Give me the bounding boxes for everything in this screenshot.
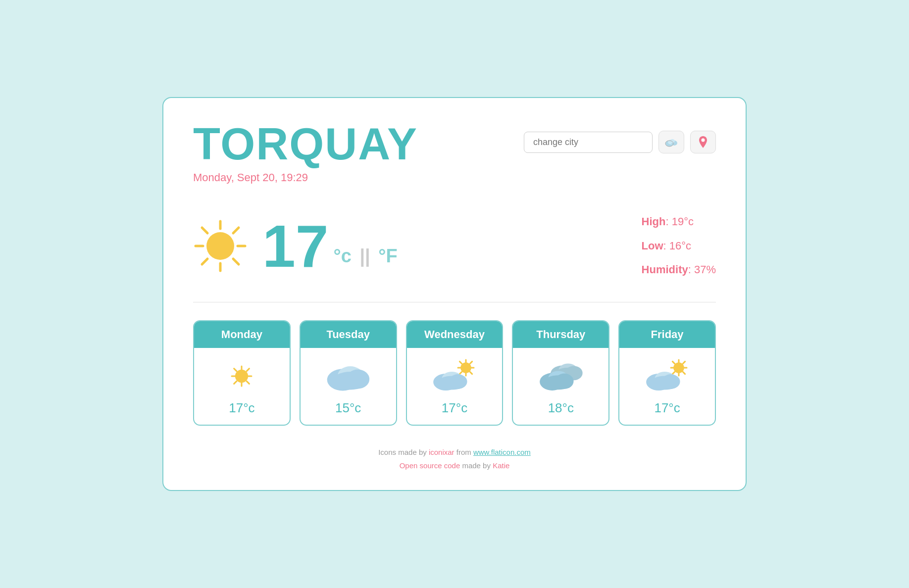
forecast-temperature: 15°c [335,400,361,416]
svg-point-14 [206,232,234,260]
header-controls [524,131,716,153]
svg-line-22 [234,381,237,384]
forecast-temperature: 17°c [442,400,467,416]
svg-line-21 [247,368,250,371]
fahrenheit-unit[interactable]: °F [378,245,397,266]
divider [193,302,716,302]
forecast-card: Monday 17°c [193,320,291,426]
high-value: : 19°c [666,215,694,228]
high-stat: High: 19°c [642,210,716,234]
forecast-weather-icon [539,359,583,393]
low-label: Low [642,240,663,252]
weather-stats: High: 19°c Low: 16°c Humidity: 37% [642,210,716,282]
svg-line-55 [683,361,685,363]
svg-point-5 [702,139,705,142]
svg-line-10 [202,228,207,233]
forecast-card: Thursday 18°c [512,320,609,426]
sun-icon [193,219,248,273]
footer-text2: from [454,448,473,456]
forecast-temperature: 17°c [654,400,680,416]
svg-line-53 [672,361,674,363]
iconixar-link[interactable]: iconixar [429,448,454,456]
svg-line-20 [247,381,250,384]
forecast-card: Friday 17°c [618,320,716,426]
city-name: TORQUAY [193,122,418,166]
svg-point-27 [333,372,368,390]
low-value: : 16°c [663,240,692,252]
low-stat: Low: 16°c [642,234,716,258]
forecast-day-label: Wednesday [407,321,503,348]
forecast-day-label: Friday [619,321,715,348]
svg-line-32 [459,361,461,363]
svg-point-23 [235,369,248,382]
forecast-row: Monday 17°c Tuesday 15°c Wednesday [193,320,716,426]
footer-text1: Icons made by [378,448,429,456]
forecast-card: Wednesday 17°c [406,320,504,426]
svg-point-48 [544,375,573,390]
forecast-card: Tuesday 15°c [300,320,397,426]
forecast-weather-icon [326,359,370,393]
temperature-value: 17 [262,216,328,276]
svg-line-34 [470,361,472,363]
svg-line-13 [202,259,207,264]
svg-point-61 [650,376,679,390]
temperature-units: °c || °F [333,245,397,267]
svg-point-40 [438,376,466,390]
city-block: TORQUAY Monday, Sept 20, 19:29 [193,122,418,184]
footer: Icons made by iconixar from www.flaticon… [193,445,716,472]
change-city-input[interactable] [524,132,653,153]
forecast-weather-icon [432,359,477,393]
header: TORQUAY Monday, Sept 20, 19:29 [193,122,716,184]
forecast-temperature: 17°c [229,400,254,416]
celsius-unit[interactable]: °c [333,245,351,266]
forecast-temperature: 18°c [548,400,574,416]
main-weather: 17 °c || °F High: 19°c Low: 16°c Humidit… [193,210,716,282]
svg-line-12 [233,228,239,233]
svg-line-54 [683,372,685,374]
svg-line-33 [470,372,472,374]
unit-separator: || [359,245,370,266]
humidity-label: Humidity [642,263,688,276]
forecast-day-label: Monday [194,321,290,348]
svg-line-19 [234,368,237,371]
high-label: High [642,215,666,228]
footer-text4: made by [460,461,493,470]
flaticon-link[interactable]: www.flaticon.com [473,448,531,456]
forecast-weather-icon [645,359,690,393]
cloud-search-icon [664,137,678,147]
forecast-weather-icon [219,359,264,393]
location-icon-button[interactable] [690,131,716,153]
svg-point-3 [670,139,675,143]
forecast-day-label: Thursday [513,321,608,348]
city-date: Monday, Sept 20, 19:29 [193,171,418,184]
temp-display: 17 °c || °F [262,216,398,276]
weather-card: TORQUAY Monday, Sept 20, 19:29 [162,97,747,490]
humidity-stat: Humidity: 37% [642,258,716,282]
forecast-day-label: Tuesday [301,321,396,348]
open-source-link[interactable]: Open source code [400,461,460,470]
location-pin-icon [698,135,708,149]
katie-link[interactable]: Katie [493,461,509,470]
svg-line-11 [233,259,239,264]
humidity-value: : 37% [688,263,716,276]
weather-icon-button[interactable] [658,131,684,153]
